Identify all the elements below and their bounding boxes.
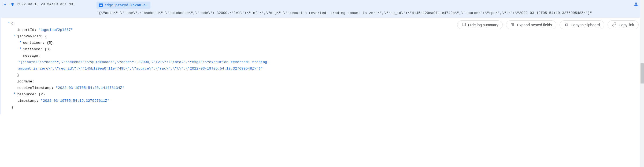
detail-action-bar: Hide log summary Expand nested fields Co… (457, 20, 639, 29)
tree-node-container[interactable]: container: {5} (6, 40, 640, 46)
tree-node-instance[interactable]: instance: {3} (6, 46, 640, 53)
button-label: Copy link (619, 23, 634, 27)
button-label: Hide log summary (468, 23, 498, 27)
field-key: timestamp: (17, 99, 39, 103)
svg-marker-9 (14, 35, 16, 36)
copy-to-clipboard-button[interactable]: Copy to clipboard (560, 20, 604, 29)
brace-close: } (11, 104, 640, 111)
log-summary: edge-proxyd-kovan-c… "{\"auth\":\"none\"… (97, 2, 630, 16)
tree-node-receivetimestamp[interactable]: receiveTimestamp: "2022-03-19T05:54:20.1… (6, 85, 640, 91)
tree-node-message-key[interactable]: message: (6, 53, 640, 59)
field-key: container: (23, 41, 45, 45)
tree-node-resource[interactable]: resource: {2} (6, 91, 640, 98)
field-value: "{\"auth\":\"none\",\"backend\":\"quickn… (18, 60, 267, 71)
field-value: "2022-03-19T05:54:20.141478134Z" (56, 86, 124, 90)
button-label: Copy to clipboard (571, 23, 600, 27)
pin-icon (633, 2, 639, 8)
panel-icon (462, 22, 466, 27)
brace-open: { (45, 34, 47, 38)
collapsed-count: {3} (45, 47, 51, 51)
chevron-right-icon[interactable] (12, 91, 17, 95)
chevron-down-icon[interactable] (12, 33, 17, 37)
svg-marker-11 (20, 47, 21, 49)
tree-node-jsonpayload[interactable]: jsonPayload: { (6, 33, 640, 40)
summary-message: "{\"auth\":\"none\",\"backend\":\"quickn… (97, 10, 592, 16)
collapsed-count: {2} (39, 92, 45, 96)
svg-marker-10 (20, 41, 21, 42)
tree-node-root-close: } (6, 104, 640, 111)
resource-chip[interactable]: edge-proxyd-kovan-c… (97, 2, 150, 9)
svg-marker-8 (8, 22, 10, 23)
field-key: logName: (17, 79, 34, 84)
expand-nested-fields-button[interactable]: Expand nested fields (506, 20, 556, 29)
expand-toggle[interactable] (1, 2, 9, 7)
chevron-right-icon[interactable] (18, 46, 23, 49)
copy-icon (564, 22, 568, 27)
hide-log-summary-button[interactable]: Hide log summary (457, 20, 503, 29)
svg-rect-7 (565, 23, 567, 25)
svg-marker-12 (14, 92, 15, 94)
log-detail: Hide log summary Expand nested fields Co… (1, 18, 644, 114)
chevron-down-icon (3, 3, 7, 7)
log-summary-row[interactable]: ✱ 2022-03-18 23:54:19.327 MDT edge-proxy… (1, 0, 644, 18)
severity-indicator: ✱ (9, 2, 16, 6)
field-key: message: (23, 54, 40, 58)
asterisk-icon: ✱ (11, 3, 14, 6)
field-value: "1qpo1huf2pl867" (39, 28, 73, 32)
field-key: receiveTimestamp: (17, 86, 54, 90)
expand-tree-icon (510, 22, 515, 27)
field-key: instance: (23, 47, 42, 51)
tree-node-timestamp[interactable]: timestamp: "2022-03-19T05:54:19.32799761… (6, 98, 640, 104)
field-value: "2022-03-19T05:54:19.327997611Z" (41, 99, 109, 103)
resource-type-icon (99, 3, 103, 7)
resource-chip-label: edge-proxyd-kovan-c… (105, 2, 148, 8)
log-entry: ✱ 2022-03-18 23:54:19.327 MDT edge-proxy… (0, 0, 644, 114)
field-key: insertId: (17, 28, 36, 32)
chevron-right-icon[interactable] (18, 40, 23, 43)
collapsed-count: {5} (47, 41, 53, 45)
tree-node-jsonpayload-close: } (6, 72, 640, 78)
svg-rect-1 (462, 23, 465, 26)
link-icon (612, 22, 616, 27)
scrollbar-thumb[interactable] (641, 63, 644, 84)
scrollbar[interactable] (640, 0, 644, 114)
timestamp[interactable]: 2022-03-18 23:54:19.327 MDT (16, 2, 97, 7)
button-label: Expand nested fields (517, 23, 552, 27)
chevron-down-icon[interactable] (6, 20, 11, 24)
field-key: resource: (17, 92, 36, 96)
json-tree: { insertId: "1qpo1huf2pl867" jsonPayload… (6, 20, 640, 111)
tree-node-message-value[interactable]: "{\"auth\":\"none\",\"backend\":\"quickn… (6, 59, 280, 72)
svg-rect-6 (566, 24, 568, 26)
brace-close: } (17, 72, 640, 78)
field-key: jsonPayload: (17, 34, 43, 38)
tree-node-logname[interactable]: logName: (6, 78, 640, 85)
copy-link-button[interactable]: Copy link (608, 20, 639, 29)
